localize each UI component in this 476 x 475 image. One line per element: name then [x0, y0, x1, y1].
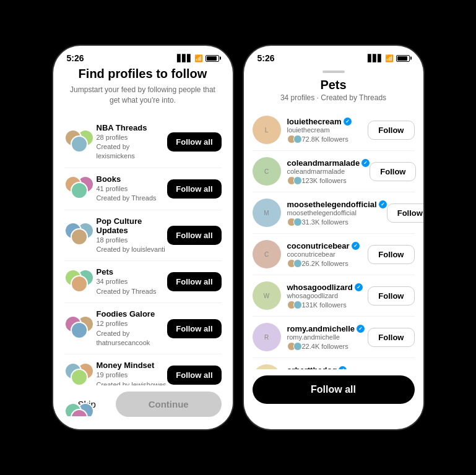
user-subhandle: whosagoodlizard — [287, 292, 368, 299]
profile-meta: 12 profiles Created by thatnursecancook — [97, 319, 168, 348]
page-subtitle: Jumpstart your feed by following people … — [64, 85, 222, 106]
user-subhandle: romy.andmichelle — [287, 333, 368, 341]
profile-meta: 28 profiles Created by lexismickens — [97, 133, 168, 161]
follow-button[interactable]: Follow — [368, 121, 414, 140]
user-item: Rromy.andmichelle✓romy.andmichelle22.4K … — [253, 317, 415, 358]
list-item: Pets34 profiles Created by ThreadsFollow… — [64, 261, 222, 303]
verified-badge: ✓ — [352, 242, 360, 250]
user-item: Ccoleandmarmalade✓coleandmarmalade123K f… — [253, 151, 415, 192]
continue-button[interactable]: Continue — [116, 392, 222, 417]
profile-info: Books41 profiles Created by Threads — [97, 174, 168, 203]
handle-text: moosethelegendofficial — [287, 200, 377, 209]
avatar-group — [64, 362, 90, 388]
list-item: Foodies Galore12 profiles Created by tha… — [64, 303, 222, 354]
verified-badge: ✓ — [357, 325, 365, 333]
avatar-group — [64, 129, 90, 155]
followers-count: 22.4K followers — [302, 343, 348, 350]
handle-text: whosagoodlizard — [287, 283, 353, 292]
profile-list: NBA Threads28 profiles Created by lexism… — [64, 117, 222, 416]
signal-icon: ▋▋▋ — [177, 54, 192, 62]
followers-count: 72.8K followers — [302, 135, 348, 143]
left-phone: 5:26 ▋▋▋ 📶 Find profiles to follow Jumps… — [53, 46, 233, 429]
handle-text: coleandmarmalade — [287, 158, 360, 168]
follow-all-button[interactable]: Follow all — [167, 366, 221, 385]
avatar: C — [253, 157, 281, 186]
profile-info: Pets34 profiles Created by Threads — [97, 267, 168, 296]
user-info: moosethelegendofficial✓moosethelegendoff… — [287, 200, 387, 226]
user-info: louiethecream✓louiethecream72.8K followe… — [287, 117, 368, 143]
user-info: coconutricebear✓coconutricebear26.2K fol… — [287, 241, 368, 268]
right-status-icons: ▋▋▋ 📶 — [368, 54, 410, 62]
handle-text: louiethecream — [287, 117, 342, 126]
follow-all-button[interactable]: Follow all — [167, 132, 221, 152]
follow-all-button[interactable]: Follow all — [167, 319, 221, 338]
right-wifi-icon: 📶 — [385, 54, 394, 62]
avatar-group — [64, 269, 90, 295]
follower-avatars — [287, 176, 300, 185]
follow-button[interactable]: Follow — [368, 286, 414, 306]
avatar — [71, 228, 88, 246]
profile-name: NBA Threads — [97, 123, 168, 132]
right-page-title: Pets — [244, 78, 423, 92]
follow-all-button[interactable]: Follow all — [167, 179, 221, 199]
list-item: Pop Culture Updates18 profiles Created b… — [64, 210, 222, 262]
user-handle: whosagoodlizard✓ — [287, 283, 368, 292]
follower-avatars — [287, 301, 300, 309]
avatar: C — [253, 240, 281, 268]
follower-avatars — [287, 135, 300, 143]
avatar: M — [253, 199, 281, 227]
user-subhandle: louiethecream — [287, 126, 368, 134]
follower-mini-avatar — [293, 342, 302, 351]
profile-meta: 34 profiles Created by Threads — [97, 277, 168, 296]
user-subhandle: moosethelegendofficial — [287, 209, 387, 216]
followers-row: 131K followers — [287, 301, 368, 309]
profile-name: Money Mindset — [97, 361, 168, 370]
profile-name: Pets — [97, 267, 168, 276]
right-phone: 5:26 ▋▋▋ 📶 Pets 34 profiles · Created by… — [244, 46, 423, 429]
followers-row: 22.4K followers — [287, 342, 368, 351]
left-status-time: 5:26 — [67, 53, 84, 63]
profile-meta: 41 profiles Created by Threads — [97, 184, 168, 203]
right-signal-icon: ▋▋▋ — [368, 54, 383, 62]
follower-avatars — [287, 259, 300, 268]
right-content-area: Pets 34 profiles · Created by Threads Ll… — [244, 67, 423, 416]
follow-button[interactable]: Follow — [370, 162, 416, 181]
user-handle: romy.andmichelle✓ — [287, 324, 368, 333]
wifi-icon: 📶 — [194, 54, 203, 62]
follower-avatars — [287, 342, 300, 351]
follow-all-button[interactable]: Follow all — [253, 375, 415, 404]
profile-name: Foodies Galore — [97, 309, 168, 319]
follower-avatars — [287, 218, 300, 226]
followers-row: 31.3K followers — [287, 218, 387, 226]
followers-row: 123K followers — [287, 176, 370, 185]
follow-button[interactable]: Follow — [368, 328, 414, 347]
avatar: W — [253, 281, 281, 310]
page-title: Find profiles to follow — [64, 67, 222, 81]
right-status-bar: 5:26 ▋▋▋ 📶 — [244, 46, 423, 67]
profile-name: Pop Culture Updates — [97, 216, 168, 235]
verified-badge: ✓ — [379, 200, 387, 208]
followers-count: 26.2K followers — [302, 260, 348, 267]
user-subhandle: coleandmarmalade — [287, 168, 370, 175]
user-item: Ccoconutricebear✓coconutricebear26.2K fo… — [253, 234, 415, 275]
user-info: romy.andmichelle✓romy.andmichelle22.4K f… — [287, 324, 368, 351]
follow-button[interactable]: Follow — [368, 245, 414, 264]
avatar: L — [253, 116, 281, 144]
user-info: whosagoodlizard✓whosagoodlizard131K foll… — [287, 283, 368, 309]
avatar-group — [64, 222, 90, 248]
user-handle: louiethecream✓ — [287, 117, 368, 126]
avatar — [71, 369, 88, 386]
follow-button[interactable]: Follow — [387, 203, 423, 223]
user-handle: coconutricebear✓ — [287, 241, 368, 250]
follow-all-button[interactable]: Follow all — [167, 226, 221, 245]
verified-badge: ✓ — [344, 118, 352, 126]
user-item: Wwhosagoodlizard✓whosagoodlizard131K fol… — [253, 275, 415, 317]
battery-icon — [206, 55, 219, 62]
user-item: Oorbertthedog✓orbertthedog18.1K follower… — [253, 358, 415, 369]
follow-all-button[interactable]: Follow all — [167, 272, 221, 291]
followers-count: 131K followers — [302, 301, 347, 309]
avatar — [71, 275, 88, 293]
follower-mini-avatar — [293, 259, 302, 268]
left-status-icons: ▋▋▋ 📶 — [177, 54, 219, 62]
profile-name: Books — [97, 174, 168, 184]
